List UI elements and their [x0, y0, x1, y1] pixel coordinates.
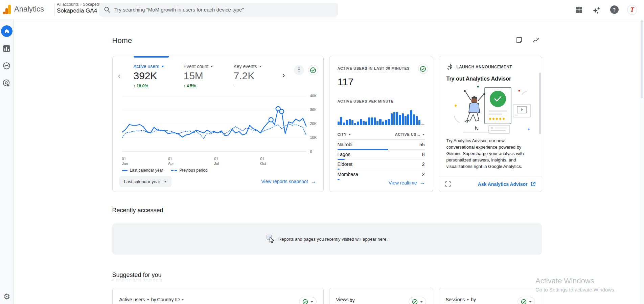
property-selector[interactable]: Sokapedia GA4	[57, 7, 102, 14]
city-row: Eldoret 2	[338, 159, 425, 169]
cursor-click-icon	[266, 234, 275, 244]
announcement-body: Try Analytics Advisor, our new conversat…	[446, 137, 527, 170]
expand-icon[interactable]	[445, 181, 451, 187]
card-quality-dropdown[interactable]	[299, 297, 317, 304]
topbar-divider	[54, 3, 54, 16]
search-icon	[104, 6, 110, 13]
per-minute-caption: ACTIVE USERS PER MINUTE	[338, 99, 425, 103]
view-realtime-link[interactable]: View realtime →	[389, 179, 426, 186]
chevron-down-icon	[310, 301, 313, 303]
search-bar[interactable]	[99, 3, 338, 17]
active-users-30min-value: 117	[338, 76, 425, 88]
property-name[interactable]: Sokapedia GA4	[57, 7, 97, 14]
realtime-caption[interactable]: ACTIVE USERS IN LAST 30 MINUTES	[338, 66, 410, 72]
active-users-column-header[interactable]: ACTIVE US…	[395, 132, 425, 136]
city-value-bar	[338, 179, 340, 180]
carousel-next-button[interactable]: ›	[282, 71, 285, 79]
chevron-down-icon[interactable]	[182, 299, 184, 300]
open-in-new-icon	[530, 181, 536, 187]
metric-value: 7.2K	[234, 70, 284, 82]
benchmarking-medal-icon[interactable]	[294, 65, 304, 75]
chevron-down-icon	[529, 301, 532, 303]
window-scrollbar[interactable]	[640, 20, 644, 304]
metric-tab-event-count[interactable]: Event count 15M ↑ 4.5%	[184, 64, 234, 88]
sidebar-item-explore[interactable]	[1, 60, 13, 71]
city-row: Lagos 8	[338, 150, 425, 159]
account-avatar[interactable]: T	[627, 5, 637, 15]
breadcrumb-chevron-icon: ›	[80, 2, 82, 7]
product-name: Analytics	[14, 5, 44, 14]
advisor-illustration	[446, 85, 534, 135]
top-app-bar: Analytics All accounts › Sokapedia Sokap…	[0, 0, 644, 19]
carousel-prev-button[interactable]: ‹	[118, 72, 121, 80]
realtime-card: ACTIVE USERS IN LAST 30 MINUTES 117 ACTI…	[329, 56, 433, 192]
page-title: Home	[112, 36, 132, 45]
sidebar-item-home[interactable]	[1, 25, 13, 37]
left-nav-sidebar: ⚙	[0, 19, 14, 304]
metric-delta: ↑ 4.5%	[184, 84, 234, 88]
card-quality-dropdown[interactable]	[409, 297, 426, 304]
sort-chevron-icon	[422, 134, 425, 135]
date-range-dropdown[interactable]: Last calendar year	[119, 176, 172, 187]
arrow-right-icon: →	[311, 178, 317, 185]
chevron-down-icon	[161, 66, 164, 67]
y-axis-labels: 40K30K20K10K0	[310, 94, 322, 154]
trend-line-chart: 40K30K20K10K0 01Jan01Apr01Jul01Oct	[122, 94, 306, 154]
chevron-down-icon	[210, 66, 213, 67]
data-quality-check-icon[interactable]	[308, 65, 318, 75]
recently-accessed-title: Recently accessed	[112, 207, 542, 214]
dashed-line-swatch	[171, 170, 177, 171]
search-input[interactable]	[114, 7, 317, 13]
advertising-target-icon	[2, 79, 11, 87]
city-row: Nairobi 55	[338, 140, 425, 150]
data-quality-check-icon[interactable]	[418, 64, 428, 74]
arrow-right-icon: →	[420, 179, 426, 186]
suggested-card-active-users-by-country[interactable]: Active users by Country ID	[112, 288, 324, 304]
metric-delta: -	[234, 84, 284, 88]
per-minute-bar-chart	[338, 109, 425, 125]
sidebar-item-reports[interactable]	[1, 43, 13, 54]
ask-analytics-advisor-link[interactable]: Ask Analytics Advisor	[478, 181, 536, 187]
chevron-down-icon	[259, 66, 262, 67]
view-reports-snapshot-link[interactable]: View reports snapshot →	[261, 178, 316, 185]
main-content: Home	[14, 19, 640, 304]
x-axis-labels: 01Jan01Apr01Jul01Oct	[122, 156, 306, 167]
scrollbar-thumb[interactable]	[641, 20, 643, 98]
sidebar-item-admin[interactable]: ⚙	[0, 292, 14, 301]
suggested-card-sessions-by[interactable]: Sessions by	[439, 288, 542, 304]
announcement-badge: LAUNCH ANNOUNCEMENT	[457, 65, 512, 69]
card-scrollbar[interactable]	[539, 72, 541, 134]
bar-chart-icon	[3, 45, 10, 52]
announcement-title: Try out Analytics Advisor	[446, 76, 534, 82]
suggested-card-views-by[interactable]: Views by	[329, 288, 433, 304]
announcement-card: LAUNCH ANNOUNCEMENT Try out Analytics Ad…	[439, 56, 542, 192]
city-row: Mombasa 2	[338, 169, 425, 179]
chevron-down-icon	[164, 181, 167, 182]
card-quality-dropdown[interactable]	[518, 297, 535, 304]
recently-accessed-empty-panel: Reports and pages you recently visited w…	[112, 223, 542, 255]
chevron-down-icon[interactable]	[147, 299, 149, 300]
recently-accessed-empty-text: Reports and pages you recently visited w…	[278, 237, 388, 242]
city-column-header[interactable]: CITY	[338, 132, 351, 136]
metric-value: 15M	[184, 70, 234, 82]
metric-tab-active-users[interactable]: Active users 392K ↑ 18.0%	[134, 64, 184, 88]
solid-line-swatch	[122, 170, 128, 171]
metric-value: 392K	[134, 70, 184, 82]
sidebar-item-advertising[interactable]	[1, 77, 13, 89]
settings-gear-icon: ⚙	[3, 292, 10, 301]
rocket-icon	[446, 64, 453, 70]
help-icon[interactable]: ?	[610, 5, 619, 15]
breadcrumb-account[interactable]: All accounts	[57, 2, 79, 7]
chevron-down-icon[interactable]	[467, 299, 469, 300]
selected-tab-indicator	[134, 56, 169, 58]
overview-card: ‹ Active users 392K ↑ 18.0% Event count …	[112, 56, 324, 192]
metric-tab-key-events[interactable]: Key events 7.2K -	[234, 64, 284, 88]
apps-grid-icon[interactable]	[574, 5, 584, 15]
chart-legend: Last calendar year Previous period	[122, 168, 208, 173]
gemini-sparkle-icon[interactable]	[592, 5, 601, 15]
explore-icon	[2, 62, 11, 70]
sort-chevron-icon	[348, 134, 351, 135]
breadcrumb[interactable]: All accounts › Sokapedia	[57, 2, 102, 7]
note-icon[interactable]	[515, 37, 523, 45]
insights-sparkline-icon[interactable]	[532, 37, 540, 45]
